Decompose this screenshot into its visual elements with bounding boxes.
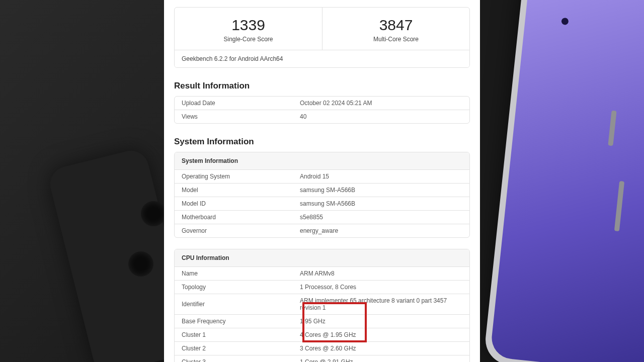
cpu-info-table: CPU Information Name ARM ARMv8 Topology … <box>174 249 470 362</box>
row-value: samsung SM-A566B <box>300 200 462 207</box>
row-value: October 02 2024 05:21 AM <box>300 100 462 107</box>
row-key: Base Frequency <box>182 318 300 325</box>
table-row: Motherboard s5e8855 <box>175 211 469 224</box>
row-key: Topology <box>182 284 300 291</box>
cpu-info-header: CPU Information <box>175 249 469 267</box>
row-key: Operating System <box>182 173 300 180</box>
table-row: Operating System Android 15 <box>175 170 469 184</box>
row-value: 3 Cores @ 2.60 GHz <box>300 345 462 352</box>
row-key: Cluster 1 <box>182 331 300 338</box>
row-value: 4 Cores @ 1.95 GHz <box>300 331 462 338</box>
table-row: Views 40 <box>175 110 469 123</box>
row-value: Android 15 <box>300 173 462 180</box>
row-value: samsung SM-A566B <box>300 187 462 194</box>
front-camera-icon <box>561 18 569 25</box>
table-row: Name ARM ARMv8 <box>175 267 469 281</box>
table-row: Cluster 3 1 Core @ 2.91 GHz <box>175 355 469 362</box>
row-key: Cluster 3 <box>182 358 300 362</box>
system-info-table: System Information Operating System Andr… <box>174 152 470 238</box>
table-row: Identifier ARM implementer 65 architectu… <box>175 294 469 315</box>
row-value: 40 <box>300 113 462 120</box>
row-key: Identifier <box>182 301 300 308</box>
system-info-title: System Information <box>174 137 470 147</box>
row-key: Cluster 2 <box>182 345 300 352</box>
row-value: ARM ARMv8 <box>300 270 462 277</box>
row-key: Governor <box>182 227 300 234</box>
table-row: Base Frequency 1.95 GHz <box>175 315 469 328</box>
row-key: Model <box>182 187 300 194</box>
table-row: Model samsung SM-A566B <box>175 184 469 197</box>
background-phone-right <box>463 0 644 362</box>
benchmark-version: Geekbench 6.2.2 for Android AArch64 <box>175 50 469 67</box>
row-key: Views <box>182 113 300 120</box>
table-row: Cluster 2 3 Cores @ 2.60 GHz <box>175 342 469 355</box>
row-key: Upload Date <box>182 100 300 107</box>
multi-core-label: Multi-Core Score <box>328 36 464 43</box>
row-value: s5e8855 <box>300 214 462 221</box>
row-key: Model ID <box>182 200 300 207</box>
table-row: Governor energy_aware <box>175 224 469 237</box>
camera-lens-icon <box>141 201 166 226</box>
camera-lens-icon <box>128 251 153 277</box>
system-info-header: System Information <box>175 152 469 170</box>
result-info-table: Upload Date October 02 2024 05:21 AM Vie… <box>174 96 470 124</box>
table-row: Model ID samsung SM-A566B <box>175 197 469 211</box>
row-value: 1 Core @ 2.91 GHz <box>300 358 462 362</box>
table-row: Topology 1 Processor, 8 Cores <box>175 281 469 294</box>
score-card: 1339 Single-Core Score 3847 Multi-Core S… <box>174 7 470 68</box>
row-value: 1 Processor, 8 Cores <box>300 284 462 291</box>
table-row: Cluster 1 4 Cores @ 1.95 GHz <box>175 328 469 342</box>
single-core-label: Single-Core Score <box>180 36 317 43</box>
benchmark-report: 1339 Single-Core Score 3847 Multi-Core S… <box>164 0 480 362</box>
single-core-value: 1339 <box>180 17 317 34</box>
multi-core-score: 3847 Multi-Core Score <box>322 8 469 50</box>
row-value: ARM implementer 65 architecture 8 varian… <box>300 297 462 311</box>
row-key: Motherboard <box>182 214 300 221</box>
multi-core-value: 3847 <box>328 17 464 34</box>
row-value: energy_aware <box>300 227 462 234</box>
single-core-score: 1339 Single-Core Score <box>175 8 322 50</box>
row-key: Name <box>182 270 300 277</box>
result-info-title: Result Information <box>174 81 470 91</box>
table-row: Upload Date October 02 2024 05:21 AM <box>175 97 469 110</box>
row-value: 1.95 GHz <box>300 318 462 325</box>
